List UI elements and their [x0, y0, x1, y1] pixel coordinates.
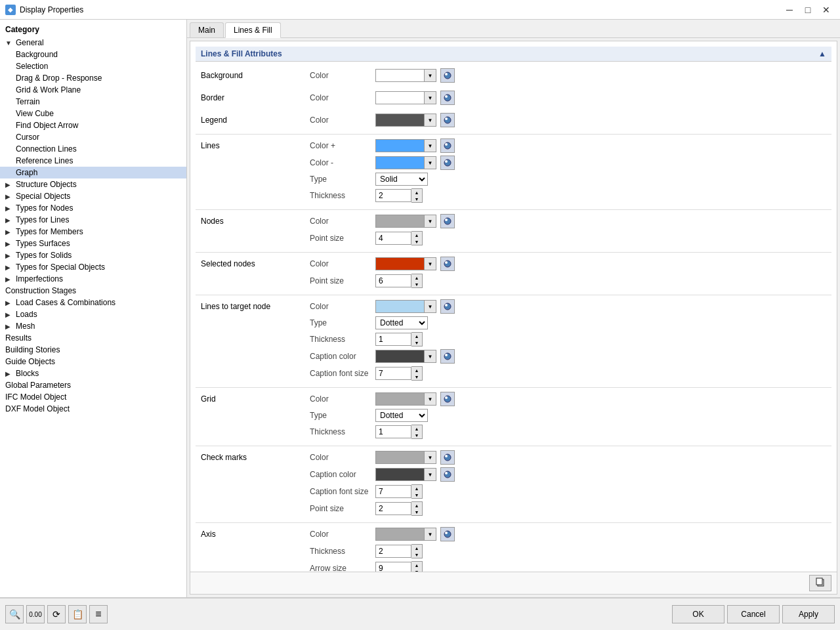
- color-dropdown-button[interactable]: ▼: [425, 392, 436, 406]
- menu-tool-button[interactable]: ≡: [89, 605, 108, 623]
- thickness-input[interactable]: [375, 545, 411, 558]
- spin-up-button[interactable]: ▲: [411, 425, 422, 432]
- minimize-button[interactable]: ─: [781, 3, 798, 16]
- paint-button[interactable]: [440, 349, 455, 364]
- apply-button[interactable]: Apply: [782, 605, 835, 623]
- paint-button[interactable]: [440, 467, 455, 482]
- spin-up-button[interactable]: ▲: [411, 274, 422, 281]
- color-preview[interactable]: [375, 451, 425, 464]
- sidebar-item-general[interactable]: ▼ General: [0, 37, 186, 49]
- sidebar-item-construction-stages[interactable]: Construction Stages: [0, 285, 186, 297]
- spin-up-button[interactable]: ▲: [411, 333, 422, 339]
- paint-button[interactable]: [440, 91, 455, 105]
- color-preview[interactable]: [375, 528, 425, 541]
- color-preview[interactable]: [375, 257, 425, 270]
- paint-button[interactable]: [440, 257, 455, 271]
- paint-button[interactable]: [440, 450, 455, 465]
- sidebar-item-reference-lines[interactable]: Reference Lines: [0, 155, 186, 167]
- spin-down-button[interactable]: ▼: [411, 432, 422, 438]
- color-dropdown-button[interactable]: ▼: [425, 350, 436, 363]
- arrow-size-input[interactable]: [375, 562, 411, 572]
- sidebar-item-connection-lines[interactable]: Connection Lines: [0, 143, 186, 155]
- spin-up-button[interactable]: ▲: [411, 367, 422, 373]
- sidebar-item-types-members[interactable]: ▶ Types for Members: [0, 226, 186, 238]
- spin-down-button[interactable]: ▼: [411, 509, 422, 515]
- color-dropdown-button[interactable]: ▼: [425, 215, 436, 228]
- color-preview[interactable]: [375, 139, 425, 152]
- color-dropdown-button[interactable]: ▼: [425, 114, 436, 127]
- paint-button[interactable]: [440, 156, 455, 170]
- sidebar-item-background[interactable]: Background: [0, 49, 186, 60]
- sidebar-item-types-nodes[interactable]: ▶ Types for Nodes: [0, 202, 186, 214]
- sidebar-item-ifc-model[interactable]: IFC Model Object: [0, 391, 186, 403]
- sidebar-item-types-lines[interactable]: ▶ Types for Lines: [0, 214, 186, 226]
- type-select[interactable]: Solid Dotted Dashed: [375, 409, 428, 422]
- spin-up-button[interactable]: ▲: [411, 545, 422, 551]
- sidebar-item-dxf-model[interactable]: DXF Model Object: [0, 403, 186, 415]
- spin-up-button[interactable]: ▲: [411, 562, 422, 568]
- spin-up-button[interactable]: ▲: [411, 485, 422, 492]
- copy-tool-button[interactable]: 📋: [68, 605, 87, 623]
- sidebar-item-types-special[interactable]: ▶ Types for Special Objects: [0, 261, 186, 273]
- color-dropdown-button[interactable]: ▼: [425, 69, 436, 82]
- search-tool-button[interactable]: 🔍: [5, 605, 24, 623]
- sidebar-item-building-stories[interactable]: Building Stories: [0, 344, 186, 356]
- spin-down-button[interactable]: ▼: [411, 492, 422, 498]
- sidebar-item-mesh[interactable]: ▶ Mesh: [0, 320, 186, 332]
- color-preview[interactable]: [375, 156, 425, 169]
- refresh-tool-button[interactable]: ⟳: [47, 605, 66, 623]
- color-preview[interactable]: [375, 69, 425, 82]
- caption-font-size-input[interactable]: [375, 485, 411, 498]
- type-select[interactable]: Solid Dotted Dashed: [375, 316, 428, 329]
- point-size-input[interactable]: [375, 232, 411, 245]
- color-preview[interactable]: [375, 468, 425, 481]
- content-scroll[interactable]: Lines & Fill Attributes ▲ Background Col…: [190, 41, 837, 572]
- tab-lines-fill[interactable]: Lines & Fill: [225, 22, 281, 38]
- color-dropdown-button[interactable]: ▼: [425, 139, 436, 152]
- sidebar-item-types-surfaces[interactable]: ▶ Types Surfaces: [0, 238, 186, 249]
- point-size-input[interactable]: [375, 274, 411, 287]
- thickness-input[interactable]: [375, 189, 411, 202]
- sidebar-item-results[interactable]: Results: [0, 332, 186, 344]
- sidebar-item-cursor[interactable]: Cursor: [0, 131, 186, 143]
- sidebar-item-drag-drop[interactable]: Drag & Drop - Response: [0, 72, 186, 84]
- spin-up-button[interactable]: ▲: [411, 189, 422, 196]
- sidebar-item-view-cube[interactable]: View Cube: [0, 108, 186, 119]
- sidebar-item-graph[interactable]: Graph: [0, 167, 186, 178]
- sidebar-item-load-cases[interactable]: ▶ Load Cases & Combinations: [0, 297, 186, 308]
- sidebar-item-types-solids[interactable]: ▶ Types for Solids: [0, 249, 186, 261]
- color-dropdown-button[interactable]: ▼: [425, 528, 436, 541]
- spin-up-button[interactable]: ▲: [411, 502, 422, 509]
- color-preview[interactable]: [375, 300, 425, 313]
- ok-button[interactable]: OK: [672, 605, 724, 623]
- color-preview[interactable]: [375, 91, 425, 104]
- tab-main[interactable]: Main: [190, 22, 224, 37]
- type-select[interactable]: Solid Dotted Dashed: [375, 173, 428, 186]
- close-button[interactable]: ✕: [818, 3, 835, 16]
- sidebar-item-selection[interactable]: Selection: [0, 60, 186, 72]
- color-dropdown-button[interactable]: ▼: [425, 91, 436, 104]
- copy-button[interactable]: [809, 575, 831, 591]
- spin-down-button[interactable]: ▼: [411, 196, 422, 202]
- thickness-input[interactable]: [375, 333, 411, 346]
- paint-button[interactable]: [440, 113, 455, 127]
- color-preview[interactable]: [375, 215, 425, 228]
- color-dropdown-button[interactable]: ▼: [425, 468, 436, 481]
- color-dropdown-button[interactable]: ▼: [425, 451, 436, 464]
- color-preview[interactable]: [375, 392, 425, 406]
- paint-button[interactable]: [440, 392, 455, 406]
- sidebar-item-structure-objects[interactable]: ▶ Structure Objects: [0, 178, 186, 190]
- spin-down-button[interactable]: ▼: [411, 281, 422, 287]
- caption-font-size-input[interactable]: [375, 367, 411, 380]
- paint-button[interactable]: [440, 214, 455, 228]
- spin-down-button[interactable]: ▼: [411, 373, 422, 380]
- spin-down-button[interactable]: ▼: [411, 551, 422, 558]
- value-tool-button[interactable]: 0.00: [26, 605, 45, 623]
- spin-down-button[interactable]: ▼: [411, 339, 422, 346]
- paint-button[interactable]: [440, 138, 455, 153]
- color-preview[interactable]: [375, 114, 425, 127]
- color-dropdown-button[interactable]: ▼: [425, 300, 436, 313]
- spin-down-button[interactable]: ▼: [411, 238, 422, 245]
- sidebar-item-terrain[interactable]: Terrain: [0, 96, 186, 108]
- sidebar-item-global-params[interactable]: Global Parameters: [0, 379, 186, 391]
